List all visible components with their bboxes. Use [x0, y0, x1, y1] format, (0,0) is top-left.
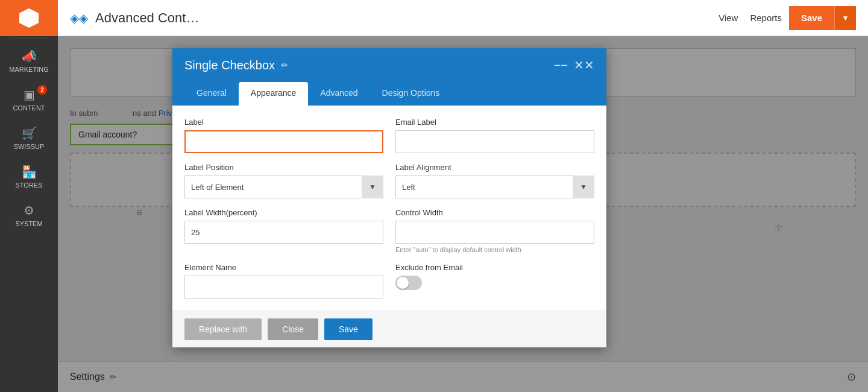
dialog-body: Label Email Label Label Position L [172, 106, 606, 311]
dialog-close-button[interactable]: ✕ [574, 58, 594, 72]
dialog-minimize-button[interactable]: − [554, 58, 568, 72]
form-row-position: Label Position Left of Element Right of … [184, 163, 594, 198]
system-icon: ⚙ [24, 203, 34, 218]
sidebar-item-swissup[interactable]: 🛒 SWISSUP [0, 119, 58, 157]
nav-view[interactable]: View [719, 13, 738, 23]
sidebar: 📣 MARKETING ▣ CONTENT 2 🛒 SWISSUP 🏪 STOR… [0, 0, 58, 392]
sidebar-divider [11, 39, 47, 39]
label-width-label: Label Width(percent) [184, 208, 383, 217]
label-position-select[interactable]: Left of Element Right of Element Top of … [184, 175, 383, 198]
sidebar-label-swissup: SWISSUP [14, 143, 45, 150]
save-dropdown-icon: ▼ [842, 14, 849, 22]
form-col-label: Label [184, 118, 383, 153]
label-alignment-label: Label Alignment [395, 163, 594, 172]
control-width-input[interactable] [395, 221, 594, 244]
dialog-single-checkbox: Single Checkbox − ✕ General Appearance A… [172, 48, 606, 347]
swissup-icon: 🛒 [22, 126, 37, 141]
sidebar-item-system[interactable]: ⚙ SYSTEM [0, 196, 58, 235]
sidebar-label-content: CONTENT [13, 104, 45, 112]
content-icon: ▣ [24, 87, 35, 102]
label-alignment-select[interactable]: Left Center Right [395, 175, 594, 198]
label-position-label: Label Position [184, 163, 383, 172]
tab-appearance[interactable]: Appearance [239, 82, 309, 106]
form-col-label-alignment: Label Alignment Left Center Right ▼ [395, 163, 594, 198]
form-row-labels: Label Email Label [184, 118, 594, 153]
label-alignment-select-wrapper: Left Center Right ▼ [395, 175, 594, 198]
sidebar-label-stores: STORES [15, 182, 42, 189]
exclude-email-label: Exclude from Email [395, 263, 594, 272]
dialog-title-text: Single Checkbox [184, 58, 275, 72]
close-button[interactable]: Close [268, 318, 318, 340]
label-field-label: Label [184, 118, 383, 127]
topbar: ◈◈ Advanced Cont… View Reports Save ▼ [58, 0, 868, 36]
sidebar-label-marketing: MARKETING [9, 66, 48, 73]
topbar-nav: View Reports [719, 13, 782, 23]
form-col-control-width: Control Width Enter "auto" to display de… [395, 208, 594, 253]
content-area: In subm ns and Privacy Policy. Gmail acc… [58, 36, 868, 392]
element-name-label: Element Name [184, 263, 383, 272]
sidebar-label-system: SYSTEM [15, 220, 42, 227]
label-input[interactable] [184, 130, 383, 153]
dialog-footer: Replace with Close Save [172, 311, 606, 347]
form-col-label-width: Label Width(percent) [184, 208, 383, 253]
sidebar-item-stores[interactable]: 🏪 STORES [0, 157, 58, 196]
tab-advanced[interactable]: Advanced [308, 82, 370, 106]
nav-reports[interactable]: Reports [750, 13, 782, 23]
save-dropdown-button[interactable]: ▼ [834, 6, 856, 30]
form-row-element-name: Element Name Exclude from Email [184, 263, 594, 299]
toggle-knob [397, 277, 409, 289]
dialog-edit-icon[interactable] [281, 60, 288, 71]
dialog-header: Single Checkbox − ✕ [172, 48, 606, 82]
email-label-input[interactable] [395, 130, 594, 153]
email-label-field-label: Email Label [395, 118, 594, 127]
dialog-title-group: Single Checkbox [184, 58, 288, 72]
form-col-label-position: Label Position Left of Element Right of … [184, 163, 383, 198]
dialog-header-actions: − ✕ [554, 58, 594, 72]
topbar-icon: ◈◈ [70, 11, 88, 25]
control-width-label: Control Width [395, 208, 594, 217]
main-area: ◈◈ Advanced Cont… View Reports Save ▼ In… [58, 0, 868, 392]
control-width-hint: Enter "auto" to display default control … [395, 246, 594, 253]
form-row-widths: Label Width(percent) Control Width Enter… [184, 208, 594, 253]
label-width-input[interactable] [184, 221, 383, 244]
sidebar-logo [0, 0, 58, 36]
element-name-input[interactable] [184, 276, 383, 299]
form-col-element-name: Element Name [184, 263, 383, 299]
form-col-exclude-email: Exclude from Email [395, 263, 594, 299]
save-button[interactable]: Save [789, 6, 834, 30]
form-col-email-label: Email Label [395, 118, 594, 153]
save-button-group: Save ▼ [789, 6, 856, 30]
exclude-email-toggle[interactable] [395, 276, 422, 290]
tab-general[interactable]: General [184, 82, 239, 106]
sidebar-item-marketing[interactable]: 📣 MARKETING [0, 42, 58, 80]
dialog-tabs: General Appearance Advanced Design Optio… [172, 82, 606, 106]
label-position-select-wrapper: Left of Element Right of Element Top of … [184, 175, 383, 198]
save-dialog-button[interactable]: Save [324, 318, 373, 340]
marketing-icon: 📣 [22, 49, 37, 63]
topbar-title: Advanced Cont… [95, 10, 711, 26]
tab-design-options[interactable]: Design Options [370, 82, 452, 106]
sidebar-item-content[interactable]: ▣ CONTENT 2 [0, 80, 58, 119]
content-badge: 2 [37, 85, 47, 95]
replace-with-button[interactable]: Replace with [184, 318, 262, 340]
stores-icon: 🏪 [22, 165, 37, 179]
